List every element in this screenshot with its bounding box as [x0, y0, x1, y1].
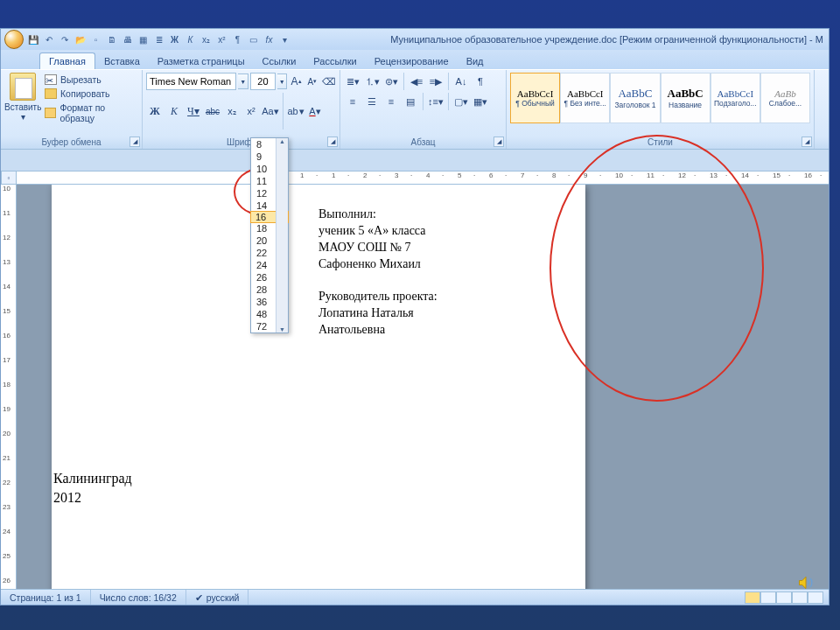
format-painter-button[interactable]: Формат по образцу: [45, 101, 138, 125]
change-case-button[interactable]: Aa▾: [262, 102, 279, 120]
grow-font-button[interactable]: A▴: [289, 73, 303, 90]
italic-button[interactable]: К: [165, 102, 183, 120]
align-right-button[interactable]: ≡: [382, 93, 400, 110]
highlight-button[interactable]: ab▾: [287, 102, 304, 120]
tab-layout[interactable]: Разметка страницы: [149, 53, 254, 69]
status-page[interactable]: Страница: 1 из 1: [1, 590, 91, 605]
font-size-dropdown-icon[interactable]: ▼: [277, 74, 288, 89]
footer-qat-icon[interactable]: ▭: [247, 33, 260, 46]
align-center-button[interactable]: ☰: [363, 93, 381, 110]
bullets-icon[interactable]: ≣: [152, 33, 165, 46]
ruler-corner[interactable]: ▫: [1, 171, 17, 185]
underline-button[interactable]: Ч▾: [185, 102, 202, 120]
clear-format-button[interactable]: ⌫: [321, 73, 336, 90]
speaker-icon: [796, 574, 816, 592]
open-icon[interactable]: 📂: [74, 33, 87, 46]
print-preview-icon[interactable]: 🗎: [105, 33, 118, 46]
qat-more-icon[interactable]: ▾: [278, 33, 291, 46]
clipboard-dialog-launcher[interactable]: ◢: [130, 136, 140, 147]
quick-access-toolbar: 💾 ↶ ↷ 📂 ▫ 🗎 🖶 ▦ ≣ Ж К x₂ x² ¶ ▭ fx ▾: [1, 29, 295, 50]
status-language[interactable]: ✔русский: [186, 590, 249, 605]
styles-dialog-launcher[interactable]: ◢: [802, 136, 812, 147]
bold-qat-icon[interactable]: Ж: [168, 33, 181, 46]
paste-label: Вставить: [4, 102, 41, 112]
style-подзаголо[interactable]: AaBbCcIПодзаголо...: [710, 73, 760, 123]
show-marks-button[interactable]: ¶: [472, 73, 489, 90]
tab-home[interactable]: Главная: [39, 52, 95, 69]
view-full-screen-button[interactable]: [760, 592, 776, 604]
redo-icon[interactable]: ↷: [58, 33, 71, 46]
italic-qat-icon[interactable]: К: [184, 33, 197, 46]
superscript-button[interactable]: x²: [242, 102, 260, 120]
bullets-button[interactable]: ≣▾: [344, 73, 361, 90]
view-draft-button[interactable]: [808, 592, 823, 604]
dec-indent-button[interactable]: ◀≡: [408, 73, 425, 90]
style-слабое[interactable]: AaBbСлабое...: [760, 73, 810, 123]
tab-review[interactable]: Рецензирование: [366, 53, 458, 69]
group-clipboard-title: Буфер обмена: [4, 136, 138, 149]
sub-qat-icon[interactable]: x₂: [200, 33, 213, 46]
paragraph-dialog-launcher[interactable]: ◢: [494, 136, 504, 147]
save-icon[interactable]: 💾: [26, 33, 39, 46]
window-title: Муниципальное образовательное учреждение…: [295, 34, 829, 45]
font-name-combo[interactable]: Times New Roman: [146, 73, 236, 90]
font-color-button[interactable]: A▾: [306, 102, 324, 120]
group-styles-title: Стили: [510, 136, 810, 149]
status-words[interactable]: Число слов: 16/32: [91, 590, 186, 605]
view-web-button[interactable]: [776, 592, 792, 604]
style-обычный[interactable]: AaBbCcI¶ Обычный: [510, 73, 560, 123]
borders-button[interactable]: ▦▾: [472, 93, 489, 110]
office-button[interactable]: [4, 30, 24, 49]
formula-qat-icon[interactable]: fx: [262, 33, 276, 46]
page-surface[interactable]: Выполнил:ученик 5 «А» классаМАОУ СОШ № 7…: [52, 185, 585, 589]
numbering-button[interactable]: ⒈▾: [363, 73, 381, 90]
titlebar: 💾 ↶ ↷ 📂 ▫ 🗎 🖶 ▦ ≣ Ж К x₂ x² ¶ ▭ fx ▾ Мун…: [1, 29, 829, 50]
undo-icon[interactable]: ↶: [42, 33, 55, 46]
table-icon[interactable]: ▦: [136, 33, 150, 46]
align-left-button[interactable]: ≡: [344, 93, 361, 110]
justify-button[interactable]: ▤: [402, 93, 419, 110]
paste-button[interactable]: Вставить▾: [4, 73, 41, 134]
paragraph-qat-icon[interactable]: ¶: [231, 33, 244, 46]
tab-mailings[interactable]: Рассылки: [304, 53, 365, 69]
sup-qat-icon[interactable]: x²: [215, 33, 228, 46]
doc-text-block-author[interactable]: Выполнил:ученик 5 «А» классаМАОУ СОШ № 7…: [318, 206, 494, 339]
group-clipboard: Вставить▾ ✂Вырезать Копировать Формат по…: [1, 70, 143, 149]
group-font: Times New Roman▼ 20▼ A▴ A▾ ⌫ Ж К Ч▾ abc …: [143, 70, 340, 149]
cut-button[interactable]: ✂Вырезать: [45, 73, 138, 87]
group-font-title: Шрифт: [146, 136, 336, 149]
font-dialog-launcher[interactable]: ◢: [327, 136, 338, 147]
view-buttons: [745, 592, 829, 604]
copy-button[interactable]: Копировать: [45, 87, 138, 101]
doc-text-block-footer[interactable]: Калининград2012: [53, 469, 211, 507]
font-size-dropdown[interactable]: 891011121416182022242628364872▲▼: [250, 137, 289, 333]
inc-indent-button[interactable]: ≡▶: [427, 73, 444, 90]
font-name-dropdown-icon[interactable]: ▼: [238, 74, 248, 89]
dropdown-scrollbar[interactable]: ▲▼: [276, 138, 288, 332]
group-paragraph: ≣▾ ⒈▾ ⊜▾ ◀≡ ≡▶ A↓ ¶ ≡ ☰ ≡ ▤ ↕≡▾: [340, 70, 507, 149]
view-outline-button[interactable]: [792, 592, 808, 604]
subscript-button[interactable]: x₂: [223, 102, 241, 120]
print-icon[interactable]: 🖶: [121, 33, 134, 46]
style-название[interactable]: AaBbCНазвание: [661, 73, 710, 123]
tab-insert[interactable]: Вставка: [95, 53, 149, 69]
document-area[interactable]: Выполнил:ученик 5 «А» классаМАОУ СОШ № 7…: [17, 185, 829, 589]
new-icon[interactable]: ▫: [89, 33, 102, 46]
spellcheck-icon: ✔: [195, 592, 203, 603]
line-spacing-button[interactable]: ↕≡▾: [427, 93, 444, 110]
strike-button[interactable]: abc: [204, 102, 221, 120]
tab-references[interactable]: Ссылки: [254, 53, 305, 69]
sort-button[interactable]: A↓: [452, 73, 470, 90]
paste-icon: [10, 73, 36, 101]
style-заголовок1[interactable]: AaBbCЗаголовок 1: [610, 73, 660, 123]
shrink-font-button[interactable]: A▾: [305, 73, 319, 90]
multilevel-button[interactable]: ⊜▾: [382, 73, 400, 90]
shading-button[interactable]: ▢▾: [452, 93, 470, 110]
view-print-layout-button[interactable]: [745, 592, 760, 604]
style-безинте[interactable]: AaBbCcI¶ Без инте...: [560, 73, 610, 123]
tab-view[interactable]: Вид: [458, 53, 493, 69]
horizontal-ruler[interactable]: 1·1·2·3·4·5·6·7·8·9·10·11·12·13·14·15·16…: [17, 171, 829, 185]
bold-button[interactable]: Ж: [146, 102, 164, 120]
font-size-combo[interactable]: 20: [250, 73, 276, 90]
vertical-ruler[interactable]: 1011121314151617181920212223242526: [1, 185, 17, 589]
